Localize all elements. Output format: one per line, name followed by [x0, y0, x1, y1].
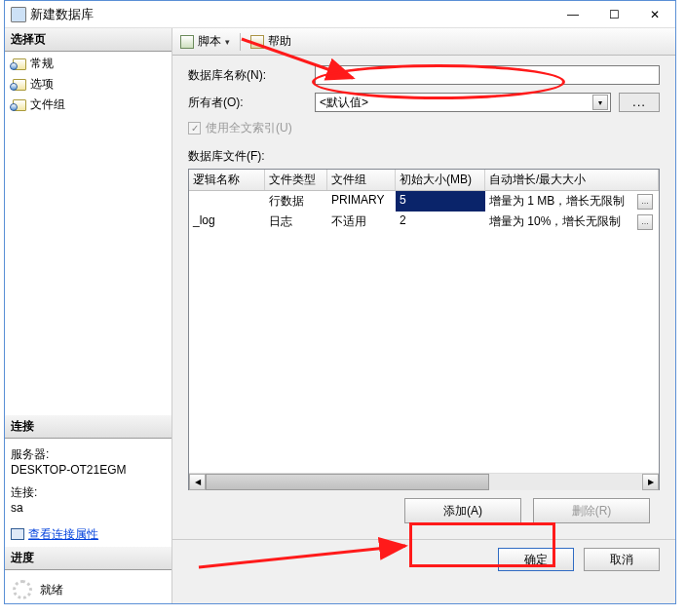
scroll-right-button[interactable]: ▶ — [642, 474, 659, 490]
select-page-header: 选择页 — [5, 28, 172, 52]
progress-header: 进度 — [5, 547, 172, 570]
cancel-button[interactable]: 取消 — [584, 548, 660, 571]
help-button[interactable]: 帮助 — [247, 31, 295, 52]
page-icon — [13, 58, 26, 70]
properties-icon — [11, 528, 24, 540]
progress-section: 就绪 — [5, 576, 172, 603]
form-area: 数据库名称(N): 所有者(O): <默认值> ▾ ... ✓ 使用全文索引(U… — [172, 56, 675, 539]
conn-value: sa — [11, 501, 166, 519]
table-row[interactable]: 行数据 PRIMARY 5 增量为 1 MB，增长无限制… — [189, 191, 659, 212]
scroll-thumb[interactable] — [206, 474, 489, 490]
remove-button: 删除(R) — [533, 498, 650, 523]
checkbox-icon: ✓ — [188, 122, 201, 135]
dbname-label: 数据库名称(N): — [188, 67, 315, 84]
script-button[interactable]: 脚本 ▾ — [176, 31, 234, 52]
page-icon — [13, 99, 26, 111]
title-bar[interactable]: 新建数据库 — ☐ ✕ — [5, 1, 675, 28]
database-files-table: 逻辑名称 文件类型 文件组 初始大小(MB) 自动增长/最大大小 行数据 PRI… — [188, 169, 660, 490]
toolbar: 脚本 ▾ 帮助 — [172, 28, 675, 56]
col-initial-size[interactable]: 初始大小(MB) — [396, 170, 485, 190]
files-label: 数据库文件(F): — [188, 148, 660, 165]
col-autogrowth[interactable]: 自动增长/最大大小 — [485, 170, 659, 190]
main-panel: 脚本 ▾ 帮助 数据库名称(N): 所有者(O): <默认值> — [172, 28, 675, 603]
chevron-down-icon: ▾ — [592, 95, 608, 110]
sidebar-item-options[interactable]: 选项 — [9, 74, 168, 95]
horizontal-scrollbar[interactable]: ◀ ▶ — [189, 473, 659, 489]
owner-select[interactable]: <默认值> ▾ — [315, 93, 611, 112]
page-icon — [13, 79, 26, 91]
col-logical-name[interactable]: 逻辑名称 — [189, 170, 265, 190]
owner-browse-button[interactable]: ... — [619, 93, 660, 112]
server-label: 服务器: — [11, 443, 166, 463]
dialog-footer: 确定 取消 — [172, 539, 675, 579]
script-icon — [180, 35, 194, 49]
table-row[interactable]: _log 日志 不适用 2 增量为 10%，增长无限制… — [189, 212, 659, 232]
col-file-type[interactable]: 文件类型 — [265, 170, 327, 190]
table-header: 逻辑名称 文件类型 文件组 初始大小(MB) 自动增长/最大大小 — [189, 170, 659, 191]
ok-button[interactable]: 确定 — [498, 548, 574, 571]
sidebar-item-general[interactable]: 常规 — [9, 54, 168, 74]
fulltext-label: 使用全文索引(U) — [206, 120, 292, 136]
sidebar: 选择页 常规 选项 文件组 连接 服务器: DESKTOP-OT21EGM 连接… — [5, 28, 172, 603]
ellipsis-button[interactable]: … — [637, 214, 653, 230]
fulltext-checkbox: ✓ 使用全文索引(U) — [188, 120, 660, 136]
table-body: 行数据 PRIMARY 5 增量为 1 MB，增长无限制… _log 日志 不适… — [189, 191, 659, 473]
help-icon — [250, 35, 264, 49]
database-icon — [11, 7, 26, 22]
separator — [240, 33, 241, 51]
file-buttons: 添加(A) 删除(R) — [188, 490, 660, 531]
connection-info: 服务器: DESKTOP-OT21EGM 连接: sa 查看连接属性 — [5, 439, 172, 548]
new-database-dialog: 新建数据库 — ☐ ✕ 选择页 常规 选项 文件组 连接 服务器: DESKTO… — [4, 0, 676, 604]
close-button[interactable]: ✕ — [634, 1, 675, 28]
conn-label: 连接: — [11, 481, 166, 501]
connection-header: 连接 — [5, 415, 172, 439]
maximize-button[interactable]: ☐ — [593, 1, 634, 28]
add-button[interactable]: 添加(A) — [404, 498, 521, 523]
server-value: DESKTOP-OT21EGM — [11, 463, 166, 481]
col-filegroup[interactable]: 文件组 — [327, 170, 396, 190]
page-list: 常规 选项 文件组 — [5, 52, 172, 117]
status-text: 就绪 — [40, 582, 63, 598]
window-title: 新建数据库 — [30, 6, 553, 23]
ellipsis-button[interactable]: … — [637, 194, 653, 210]
chevron-down-icon: ▾ — [225, 37, 230, 47]
database-name-input[interactable] — [315, 65, 660, 85]
spinner-icon — [13, 580, 32, 599]
scroll-track[interactable] — [206, 474, 642, 490]
minimize-button[interactable]: — — [553, 1, 593, 28]
view-connection-properties-link[interactable]: 查看连接属性 — [11, 526, 98, 543]
sidebar-item-filegroups[interactable]: 文件组 — [9, 95, 168, 115]
owner-label: 所有者(O): — [188, 95, 315, 111]
scroll-left-button[interactable]: ◀ — [189, 474, 206, 490]
